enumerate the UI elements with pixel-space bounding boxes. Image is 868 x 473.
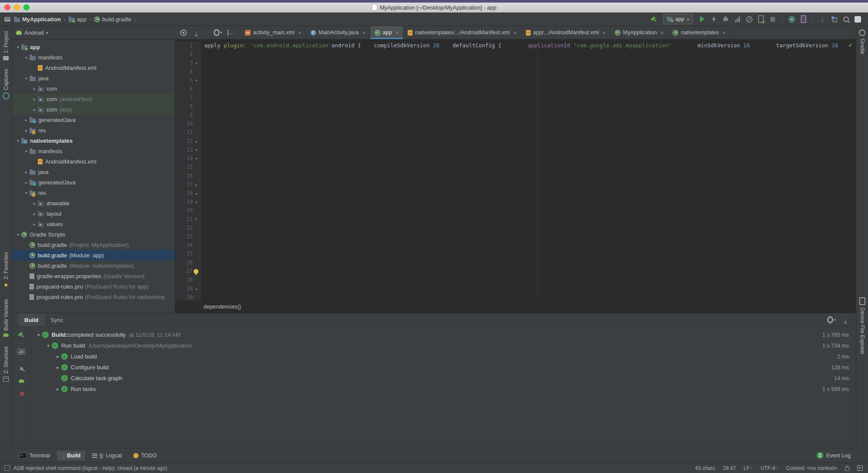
editor-breadcrumb[interactable]: dependencies{} [204,304,241,310]
gutter-line[interactable]: 21▾ [175,215,200,223]
project-structure-button[interactable] [830,15,838,23]
code-line-8[interactable]: targetSdkVersion 28 [750,42,838,49]
expand-arrow-icon[interactable]: ▸ [31,201,38,206]
close-tab-icon[interactable]: × [660,30,664,36]
expand-arrow-icon[interactable]: ▾ [15,45,21,49]
expand-arrow-icon[interactable]: ▸ [31,222,38,227]
gutter-line[interactable]: 9 [175,111,200,119]
code-lines[interactable]: apply plugin: 'com.android.application'a… [201,41,856,301]
tab-nativetemplates[interactable]: nativetemplates× [668,26,730,39]
line-number[interactable]: 30 [184,294,193,300]
tree-row-nativetemplates[interactable]: ▾nativetemplates [12,135,175,146]
line-number[interactable]: 4 [184,69,193,75]
gutter-line[interactable]: 16 [175,171,200,180]
apply-changes-button[interactable] [710,15,718,23]
tree-row-generatedjava[interactable]: ▸generatedJava [12,177,175,187]
tree-row-gradle-scripts[interactable]: ▾Gradle Scripts [12,229,175,240]
status-widget-lf[interactable]: LF↕ [744,465,753,471]
fold-open-icon[interactable]: ▾ [194,157,198,161]
tab-activity-main-xml[interactable]: activity_main.xml× [241,26,306,39]
gutter-line[interactable]: 2 [175,50,200,59]
tab-app-androidmanifest-xml[interactable]: app/.../AndroidManifest.xml× [521,26,611,39]
minimize-window-button[interactable] [14,4,20,10]
chevron-down-icon[interactable]: ▾ [46,30,48,35]
close-tab-icon[interactable]: × [298,30,301,36]
line-number[interactable]: 14 [184,155,193,161]
build-row-configure-build[interactable]: ▸✓Configure build128 ms [31,362,856,373]
status-toggle-icon[interactable] [4,465,10,471]
build-row-load-build[interactable]: ▸✓Load build2 ms [31,351,856,362]
expand-arrow-icon[interactable]: ▸ [31,211,38,216]
gutter-line[interactable]: 8 [175,102,200,111]
gutter-line[interactable]: 4 [175,67,200,76]
tree-row-proguard-rules-pro-proguard-rules-for-app[interactable]: proguard-rules.pro(ProGuard Rules for ap… [12,281,175,292]
breadcrumb-item-build-gradle[interactable]: build.gradle [93,16,132,23]
expand-arrow-icon[interactable]: ▾ [23,55,30,60]
gutter-line[interactable]: 15 [175,163,200,171]
fold-close-icon[interactable]: ▴ [194,287,198,291]
build-row-run-build[interactable]: ▾✓Run build/Users/jweisbaum/Desktop/MyAp… [31,340,856,351]
tab-app[interactable]: app× [370,26,403,39]
status-widget-utf-8[interactable]: UTF-8↕ [761,465,779,471]
debug-button[interactable] [721,15,730,23]
line-number[interactable]: 24 [184,242,193,248]
tree-row-proguard-rules-pro-proguard-rules-for-nativetemp[interactable]: proguard-rules.pro(ProGuard Rules for na… [12,292,175,302]
tool-button-todo[interactable]: TODO [129,451,161,460]
close-tab-icon[interactable]: × [513,30,517,36]
gutter-line[interactable]: 22 [175,223,200,232]
code-line-9[interactable]: versionCode 1 [838,42,856,49]
line-number[interactable]: 23 [184,233,193,240]
gutter-line[interactable]: 24 [175,241,200,250]
gutter-line[interactable]: 12▴ [175,137,200,145]
line-number[interactable]: 7 [184,95,193,101]
tool-button-6-logcat[interactable]: 6: Logcat [88,451,126,460]
line-number[interactable]: 20 [184,207,193,214]
code-line-4[interactable]: compileSdkVersion 28 [361,42,439,49]
breadcrumb-item-myapplication[interactable]: MyApplication [13,16,62,23]
close-tab-icon[interactable]: × [602,30,606,36]
gutter-line[interactable]: 14▾ [175,154,200,163]
run-on-device-button[interactable] [756,15,765,23]
expand-arrow-icon[interactable]: ▸ [23,128,30,133]
editor-gutter[interactable]: 123▾45▾6789101112▴13▾14▾151617▴18▴19▴202… [175,41,201,301]
line-number[interactable]: 16 [184,173,193,179]
sdk-manager-button[interactable]: ↓ [818,15,827,23]
gutter-line[interactable]: 5▾ [175,76,200,85]
line-number[interactable]: 8 [184,103,193,109]
gutter-line[interactable]: 20 [175,206,200,215]
expand-arrow-icon[interactable]: ▾ [45,343,52,348]
locate-icon[interactable] [179,28,188,37]
expand-arrow-icon[interactable]: ▸ [23,118,30,122]
line-number[interactable]: 13 [184,147,193,153]
gutter-line[interactable]: 28 [175,276,200,284]
gutter-line[interactable]: 26 [175,258,200,267]
stop-button[interactable] [768,15,777,23]
expand-arrow-icon[interactable]: ▸ [54,387,61,391]
code-line-3[interactable]: android { [332,42,361,49]
line-number[interactable]: 1 [184,43,193,49]
tool-strip-item-1-project[interactable]: 1: Project [3,31,9,60]
tree-row-drawable[interactable]: ▸drawable [12,198,175,208]
fold-close-icon[interactable]: ▴ [194,139,198,143]
status-widget-43-chars[interactable]: 43 chars [695,465,715,471]
gutter-line[interactable]: 13▾ [175,145,200,154]
gutter-line[interactable]: 19▴ [175,197,200,206]
expand-arrow-icon[interactable]: ▾ [23,76,30,81]
tree-row-build-gradle-module-app[interactable]: build.gradle(Module: app) [12,250,175,260]
fold-open-icon[interactable]: ▾ [194,61,198,65]
close-button[interactable]: ✕ [17,389,26,398]
gutter-line[interactable]: 17▴ [175,180,200,189]
gutter-line[interactable]: 3▾ [175,59,200,67]
build-row-calculate-task-graph[interactable]: ✓Calculate task graph14 ms [31,373,856,384]
line-number[interactable]: 21 [184,216,193,222]
build-tab-sync[interactable]: Sync [45,313,69,326]
gutter-line[interactable]: 7 [175,93,200,102]
tree-row-manifests[interactable]: ▾manifests [12,52,175,62]
tool-strip-item-gradle[interactable]: Gradle [859,30,865,54]
tree-row-values[interactable]: ▸values [12,219,175,229]
fold-close-icon[interactable]: ▴ [194,183,198,187]
breadcrumb-item-app[interactable]: app [68,16,87,23]
expand-arrow-icon[interactable]: ▸ [31,86,38,91]
build-row-completed-successfully[interactable]: ▾✓Build: completed successfullyat 11/5/1… [31,329,856,340]
tree-row-res[interactable]: ▾res [12,187,175,198]
